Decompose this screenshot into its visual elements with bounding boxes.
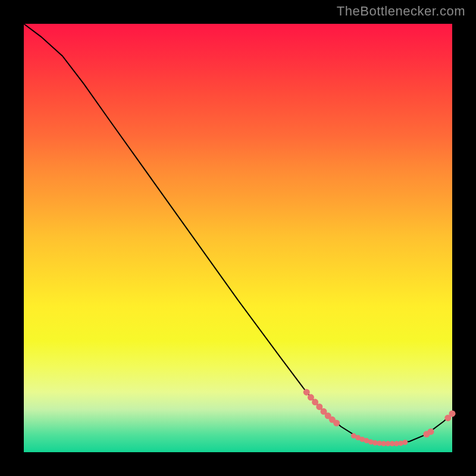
marker-layer xyxy=(303,389,456,446)
plot-area xyxy=(24,24,452,452)
chart-frame: TheBottlenecker.com xyxy=(0,0,476,476)
source-attribution-label: TheBottlenecker.com xyxy=(337,4,465,19)
data-marker xyxy=(303,389,310,396)
data-marker xyxy=(449,411,456,417)
curve-overlay xyxy=(24,24,452,452)
data-marker xyxy=(333,420,340,427)
data-marker xyxy=(428,428,434,435)
bottleneck-curve xyxy=(24,24,452,444)
data-marker xyxy=(402,440,408,445)
